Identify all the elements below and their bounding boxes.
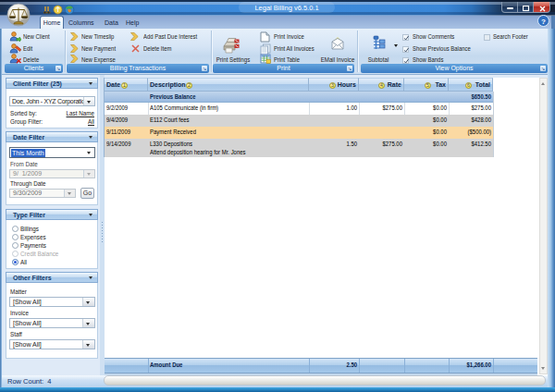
svg-text:?: ? xyxy=(541,18,546,26)
